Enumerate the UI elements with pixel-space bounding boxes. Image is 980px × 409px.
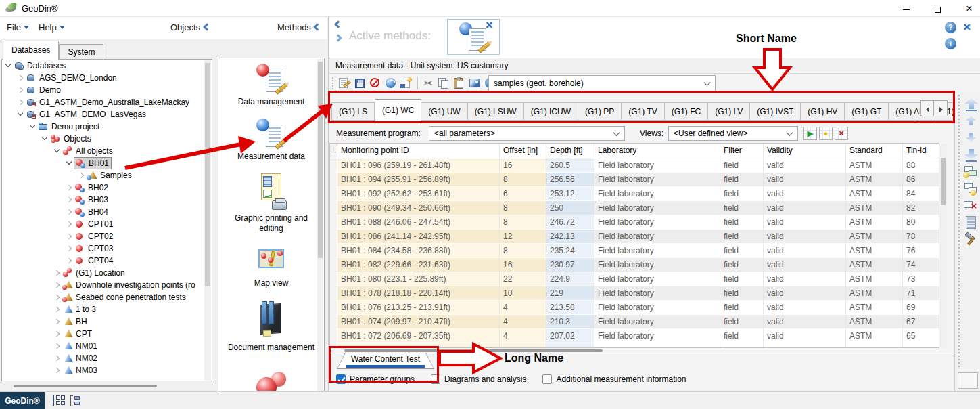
table-horizontal-scrollbar[interactable] <box>344 349 603 352</box>
move-bottom-icon[interactable] <box>963 148 979 162</box>
tab-g1-wc[interactable]: (G1) WC <box>375 99 421 121</box>
scale-settings-icon[interactable] <box>70 395 83 406</box>
tree-item-1-to-3[interactable]: 1 to 3 <box>2 303 212 316</box>
column-header-laboratory[interactable]: Laboratory <box>594 144 720 158</box>
option-parameter-groups[interactable]: Parameter groups <box>336 373 415 385</box>
tree-item-cpt02[interactable]: CPT02 <box>2 230 212 242</box>
method-item-graphic-printing-and-editing[interactable]: Graphic printing and editing <box>224 173 319 234</box>
tree-item-cpt04[interactable]: CPT04 <box>2 255 212 267</box>
tree-item-g1-astm-demo-lasvegas[interactable]: G1_ASTM_DEMO_LasVegas <box>2 108 212 121</box>
table-row[interactable]: BH01 : 072 (206.69 - 207.35ft)4207.02Fie… <box>330 329 939 343</box>
collapse-icon[interactable] <box>5 60 13 71</box>
row-selector[interactable] <box>330 286 337 301</box>
row-selector[interactable] <box>330 201 337 215</box>
insert-rows-icon[interactable] <box>963 182 979 196</box>
table-row[interactable]: BH01 : 084 (234.58 - 236.88ft)8235.24Fie… <box>330 244 939 258</box>
tab-g1-icuw[interactable]: (G1) ICUW <box>524 102 578 121</box>
row-selector[interactable] <box>330 315 337 329</box>
views-dropdown[interactable]: <User defined view> <box>668 126 798 141</box>
row-selector[interactable] <box>330 230 337 244</box>
expand-icon[interactable] <box>78 170 86 181</box>
toolbar-grip[interactable] <box>331 77 335 89</box>
row-selector[interactable] <box>330 215 337 230</box>
row-selector[interactable] <box>330 258 337 272</box>
expand-icon[interactable] <box>66 231 74 242</box>
table-row[interactable]: BH01 : 090 (249.34 - 250.66ft)8250Field … <box>330 201 939 215</box>
expand-icon[interactable] <box>53 267 62 278</box>
expand-icon[interactable] <box>17 72 25 83</box>
collapse-objects-icon[interactable] <box>203 23 210 30</box>
method-item-document-management[interactable]: Document management <box>224 300 319 353</box>
image-icon[interactable] <box>468 77 482 90</box>
move-top-icon[interactable] <box>963 98 979 111</box>
collapse-icon[interactable] <box>53 146 62 156</box>
tree-item-nm03[interactable]: NM03 <box>2 364 212 376</box>
parameter-group-tab[interactable]: Water Content Test <box>337 353 434 369</box>
delete-rows-icon[interactable]: × <box>963 199 979 213</box>
row-selector[interactable] <box>330 173 337 187</box>
delete-view-button[interactable]: × <box>835 127 848 140</box>
expand-icon[interactable] <box>66 182 74 193</box>
method-item-data-management[interactable]: Data management <box>224 64 319 107</box>
tree-item-downhole-investigation-points-ro[interactable]: Downhole investigation points (ro <box>2 279 212 291</box>
table-row[interactable]: BH01 : 080 (223.1 - 225.89ft)22224.9Fiel… <box>330 272 939 286</box>
close-panel-icon[interactable]: × <box>963 20 971 35</box>
option-diagrams-and-analysis[interactable]: Diagrams and analysis <box>431 373 526 385</box>
table-row[interactable]: BH01 : 094 (255.91 - 256.89ft)8256.56Fie… <box>330 173 939 187</box>
tab-databases[interactable]: Databases <box>3 41 59 60</box>
table-row[interactable]: BH01 : 074 (209.97 - 210.47ft)4210.3Fiel… <box>330 315 939 329</box>
tree-item-databases[interactable]: Databases <box>2 60 212 72</box>
tab-g1-fc[interactable]: (G1) FC <box>665 102 708 121</box>
paste-icon[interactable] <box>452 77 467 90</box>
tab-g1-lv[interactable]: (G1) LV <box>708 102 750 121</box>
measurement-program-dropdown[interactable]: <all parameters> <box>429 126 625 141</box>
expand-icon[interactable] <box>53 353 62 364</box>
toolbar-drag-handle[interactable] <box>958 95 961 369</box>
expand-icon[interactable] <box>66 207 74 217</box>
tab-scroll-left-button[interactable] <box>920 100 934 116</box>
row-selector[interactable] <box>330 301 337 315</box>
tab-g1-gt[interactable]: (G1) GT <box>845 102 889 121</box>
unchecked-checkbox-icon[interactable] <box>431 374 440 384</box>
file-menu[interactable]: File <box>7 22 29 33</box>
table-vertical-scrollbar[interactable] <box>939 144 947 347</box>
tree-item-bh04[interactable]: BH04 <box>2 206 212 218</box>
tree-item-cpt01[interactable]: CPT01 <box>2 218 212 230</box>
tree-item-all-objects[interactable]: All objects <box>2 145 212 157</box>
save-icon[interactable] <box>353 77 367 90</box>
methods-panel-scrollbar[interactable] <box>317 59 323 391</box>
collapse-methods-icon[interactable] <box>313 23 321 30</box>
tree-horizontal-scrollbar[interactable] <box>1 383 212 389</box>
copy-icon[interactable] <box>437 77 451 90</box>
tab-g1-ls[interactable]: (G1) LS <box>331 102 375 121</box>
tree-item-bh01[interactable]: BH01 <box>2 157 212 169</box>
help-menu[interactable]: Help <box>39 22 65 33</box>
column-header-filter[interactable]: Filter <box>720 144 764 158</box>
tree-item-cpt[interactable]: CPT <box>2 328 212 340</box>
tab-g1-pp[interactable]: (G1) PP <box>578 102 622 121</box>
run-view-button[interactable]: ▶ <box>803 127 817 140</box>
tree-item-samples[interactable]: Samples <box>2 169 212 181</box>
tree-item-g1-astm-demo-australia-lakemackay[interactable]: G1_ASTM_Demo_Australia_LakeMackay <box>2 96 212 108</box>
row-selector[interactable] <box>330 244 337 258</box>
column-header-depth-ft[interactable]: Depth [ft] <box>546 144 594 158</box>
row-selector[interactable] <box>330 158 337 173</box>
move-down-icon[interactable] <box>963 131 979 145</box>
copy-rows-icon[interactable] <box>963 165 979 179</box>
table-row[interactable]: BH01 : 078 (218.18 - 220.14ft)10219Field… <box>330 286 939 301</box>
tree-item-nm02[interactable]: NM02 <box>2 352 212 364</box>
expand-icon[interactable] <box>53 292 62 303</box>
expand-icon[interactable] <box>66 219 74 230</box>
option-additional-measurement-information[interactable]: Additional measurement information <box>542 373 686 385</box>
refresh-icon[interactable] <box>384 77 398 90</box>
table-row[interactable]: BH01 : 088 (246.06 - 247.54ft)8246.72Fie… <box>330 215 939 230</box>
expand-icon[interactable] <box>66 194 74 205</box>
export-icon[interactable] <box>400 77 414 90</box>
expand-panel-icon[interactable] <box>334 34 342 41</box>
collapse-icon[interactable] <box>29 121 37 132</box>
tree-item-cpt03[interactable]: CPT03 <box>2 242 212 255</box>
row-selector[interactable] <box>330 272 337 286</box>
checked-checkbox-icon[interactable] <box>336 374 346 384</box>
column-header-monitoring-point-id[interactable]: Monitoring point ID <box>337 144 500 158</box>
table-row[interactable]: BH01 : 076 (213.25 - 213.91ft)4213.58Fie… <box>330 301 939 315</box>
